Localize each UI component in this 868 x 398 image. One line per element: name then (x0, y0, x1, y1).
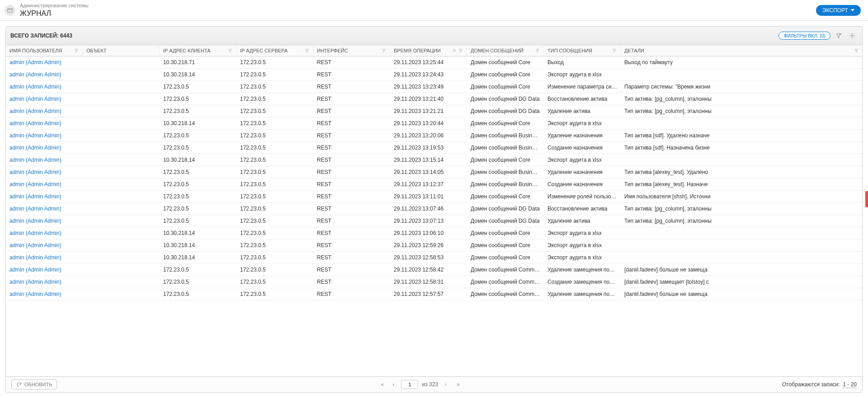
table-row[interactable]: admin (Admin Admin)172.23.0.5172.23.0.5R… (6, 130, 862, 142)
user-link[interactable]: admin (Admin Admin) (9, 120, 61, 126)
filter-icon[interactable] (382, 48, 386, 53)
user-link[interactable]: admin (Admin Admin) (9, 206, 61, 212)
clear-filters-button[interactable] (833, 30, 844, 41)
filter-icon[interactable] (228, 48, 232, 53)
cell-time: 29.11.2023 13:23:49 (390, 81, 467, 93)
filters-button[interactable]: ФИЛЬТРЫ ВКЛ. (0) (778, 32, 830, 40)
sort-desc-icon[interactable] (452, 48, 457, 53)
col-object[interactable]: ОБЪЕКТ (83, 45, 160, 56)
side-accent-tab[interactable] (865, 191, 868, 207)
table-row[interactable]: admin (Admin Admin)10.30.218.14172.23.0.… (6, 69, 862, 81)
user-link[interactable]: admin (Admin Admin) (9, 279, 61, 285)
col-user[interactable]: ИМЯ ПОЛЬЗОВАТЕЛЯ (6, 45, 83, 56)
table-row[interactable]: admin (Admin Admin)172.23.0.5172.23.0.5R… (6, 105, 862, 117)
table-row[interactable]: admin (Admin Admin)10.30.218.71172.23.0.… (6, 56, 862, 69)
table-row[interactable]: admin (Admin Admin)172.23.0.5172.23.0.5R… (6, 276, 862, 288)
col-msg-domain[interactable]: ДОМЕН СООБЩЕНИЙ (467, 45, 544, 56)
user-link[interactable]: admin (Admin Admin) (9, 96, 61, 102)
user-link[interactable]: admin (Admin Admin) (9, 267, 61, 273)
filter-icon[interactable] (854, 48, 859, 53)
page-input[interactable] (401, 380, 418, 389)
user-link[interactable]: admin (Admin Admin) (9, 169, 61, 175)
cell-details: Тип актива [alexey_test]. Назначе (621, 178, 862, 190)
user-link[interactable]: admin (Admin Admin) (9, 157, 61, 163)
table-row[interactable]: admin (Admin Admin)172.23.0.5172.23.0.5R… (6, 81, 862, 93)
page-next-button[interactable]: › (442, 380, 450, 389)
user-link[interactable]: admin (Admin Admin) (9, 132, 61, 139)
col-server-ip-label: IP АДРЕС СЕРВЕРА (240, 48, 288, 53)
user-link[interactable]: admin (Admin Admin) (9, 242, 61, 248)
filter-icon[interactable] (74, 48, 79, 53)
table-row[interactable]: admin (Admin Admin)10.30.218.14172.23.0.… (6, 252, 862, 264)
user-link[interactable]: admin (Admin Admin) (9, 71, 61, 78)
cell-time: 29.11.2023 13:20:06 (390, 130, 467, 141)
page-first-button[interactable]: « (377, 380, 386, 389)
cell-object (83, 252, 160, 263)
user-link[interactable]: admin (Admin Admin) (9, 230, 61, 236)
cell-interface: REST (313, 288, 390, 300)
col-interface[interactable]: ИНТЕРФЕЙС (313, 45, 390, 56)
cell-type: Экспорт аудита в xlsx (544, 227, 621, 239)
cell-interface: REST (313, 69, 390, 80)
cell-interface: REST (313, 191, 390, 202)
filter-icon[interactable] (458, 48, 463, 53)
user-link[interactable]: admin (Admin Admin) (9, 254, 61, 261)
table-row[interactable]: admin (Admin Admin)10.30.218.14172.23.0.… (6, 227, 862, 239)
table-row[interactable]: admin (Admin Admin)172.23.0.5172.23.0.5R… (6, 93, 862, 105)
total-count: 6443 (60, 33, 72, 39)
table-row[interactable]: admin (Admin Admin)10.30.218.14172.23.0.… (6, 117, 862, 130)
user-link[interactable]: admin (Admin Admin) (9, 59, 61, 66)
table-row[interactable]: admin (Admin Admin)172.23.0.5172.23.0.5R… (6, 264, 862, 276)
cell-interface: REST (313, 93, 390, 105)
cell-details: [daniil.fadeev] замещает [tolstoy] с (621, 276, 862, 288)
cell-server-ip: 172.23.0.5 (236, 117, 313, 129)
cell-object (83, 154, 160, 166)
cell-server-ip: 172.23.0.5 (236, 178, 313, 190)
rows-container[interactable]: admin (Admin Admin)10.30.218.71172.23.0.… (6, 56, 862, 376)
cell-time: 29.11.2023 13:07:46 (390, 203, 467, 215)
table-row[interactable]: admin (Admin Admin)172.23.0.5172.23.0.5R… (6, 142, 862, 154)
filter-icon[interactable] (305, 48, 309, 53)
table-row[interactable]: admin (Admin Admin)172.23.0.5172.23.0.5R… (6, 166, 862, 178)
page-prev-button[interactable]: ‹ (389, 380, 397, 389)
cell-object (83, 215, 160, 227)
cell-time: 29.11.2023 13:25:44 (390, 56, 467, 68)
cell-object (83, 276, 160, 288)
cell-client-ip: 172.23.0.5 (160, 130, 236, 141)
table-row[interactable]: admin (Admin Admin)10.30.218.14172.23.0.… (6, 239, 862, 252)
table-row[interactable]: admin (Admin Admin)172.23.0.5172.23.0.5R… (6, 191, 862, 203)
user-link[interactable]: admin (Admin Admin) (9, 108, 61, 114)
cell-object (83, 81, 160, 93)
col-details[interactable]: ДЕТАЛИ (621, 45, 862, 56)
export-button[interactable]: ЭКСПОРТ (816, 5, 861, 16)
user-link[interactable]: admin (Admin Admin) (9, 193, 61, 200)
settings-button[interactable] (847, 30, 858, 41)
col-server-ip[interactable]: IP АДРЕС СЕРВЕРА (236, 45, 313, 56)
table-row[interactable]: admin (Admin Admin)172.23.0.5172.23.0.5R… (6, 178, 862, 191)
cell-client-ip: 10.30.218.71 (160, 56, 236, 68)
user-link[interactable]: admin (Admin Admin) (9, 145, 61, 151)
user-link[interactable]: admin (Admin Admin) (9, 84, 61, 90)
panel-toolbar: ВСЕГО ЗАПИСЕЙ: 6443 ФИЛЬТРЫ ВКЛ. (0) (6, 27, 862, 45)
cell-server-ip: 172.23.0.5 (236, 56, 313, 68)
cell-object (83, 264, 160, 276)
refresh-button[interactable]: ОБНОВИТЬ (11, 379, 57, 389)
col-client-ip[interactable]: IP АДРЕС КЛИЕНТА (160, 45, 236, 56)
page-last-button[interactable]: » (453, 380, 462, 389)
filter-icon[interactable] (535, 48, 540, 53)
table-row[interactable]: admin (Admin Admin)172.23.0.5172.23.0.5R… (6, 288, 862, 300)
filter-icon[interactable] (612, 48, 617, 53)
col-op-time[interactable]: ВРЕМЯ ОПЕРАЦИИ (390, 45, 467, 56)
col-msg-type[interactable]: ТИП СООБЩЕНИЯ (544, 45, 621, 56)
table-row[interactable]: admin (Admin Admin)10.30.218.14172.23.0.… (6, 154, 862, 166)
user-link[interactable]: admin (Admin Admin) (9, 218, 61, 224)
user-link[interactable]: admin (Admin Admin) (9, 291, 61, 297)
user-link[interactable]: admin (Admin Admin) (9, 181, 61, 187)
cell-client-ip: 172.23.0.5 (160, 178, 236, 190)
cell-server-ip: 172.23.0.5 (236, 69, 313, 80)
cell-interface: REST (313, 215, 390, 227)
table-row[interactable]: admin (Admin Admin)172.23.0.5172.23.0.5R… (6, 215, 862, 227)
cell-object (83, 178, 160, 190)
table-row[interactable]: admin (Admin Admin)172.23.0.5172.23.0.5R… (6, 203, 862, 215)
cell-details (621, 69, 862, 80)
